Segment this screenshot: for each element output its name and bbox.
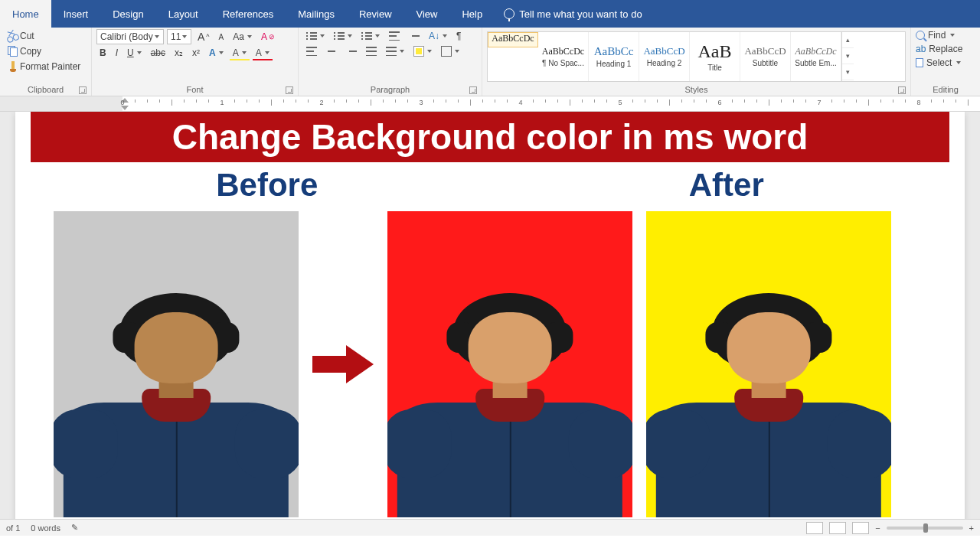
cursor-icon [916, 58, 923, 67]
zoom-slider[interactable] [887, 527, 963, 530]
font-size-select[interactable]: 11 [167, 29, 191, 44]
cut-label: Cut [20, 31, 34, 41]
strikethrough-button[interactable]: abc [148, 46, 168, 60]
cut-button[interactable]: Cut [5, 29, 87, 43]
decrease-indent-button[interactable] [386, 30, 403, 42]
style-no-spacing[interactable]: AaBbCcDc¶ No Spac... [538, 32, 589, 81]
italic-button[interactable]: I [113, 46, 121, 60]
zoom-in-button[interactable]: + [969, 523, 974, 533]
banner-title: Change Background color in ms word [31, 112, 949, 162]
photo-row [31, 211, 949, 517]
styles-gallery-scroll[interactable]: ▴▾▾ [841, 32, 854, 81]
paragraph-dialog-launcher[interactable] [469, 86, 477, 94]
bold-button[interactable]: B [96, 46, 109, 60]
arrow-icon [312, 345, 374, 383]
align-center-button[interactable] [323, 45, 340, 57]
styles-group-label: Styles [487, 83, 906, 96]
spacing-icon [386, 47, 397, 56]
label-before: Before [216, 167, 318, 204]
replace-button[interactable]: abReplace [916, 43, 975, 55]
style-normal[interactable]: AaBbCcDc¶ Normal [488, 32, 538, 47]
tell-me-search[interactable]: Tell me what you want to do [495, 0, 651, 28]
format-painter-button[interactable]: Format Painter [5, 60, 87, 73]
styles-dialog-launcher[interactable] [898, 86, 906, 94]
zoom-out-button[interactable]: − [875, 523, 880, 533]
status-bar: of 1 0 words ✎ − + [0, 519, 980, 536]
brush-icon [8, 61, 18, 72]
document-area[interactable]: Change Background color in ms word Befor… [0, 112, 980, 536]
justify-icon [366, 47, 377, 56]
photo-before [54, 211, 299, 517]
paragraph-group-label: Paragraph [303, 83, 477, 96]
tab-layout[interactable]: Layout [156, 0, 211, 28]
font-dialog-launcher[interactable] [286, 86, 293, 94]
grow-font-button[interactable]: A^ [194, 29, 213, 44]
group-editing: Find abReplace Select Editing [911, 28, 980, 96]
subscript-button[interactable]: x₂ [172, 46, 186, 60]
change-case-button[interactable]: Aa [230, 30, 255, 44]
style-title[interactable]: AaBTitle [690, 32, 740, 81]
bulb-icon [504, 8, 514, 19]
select-button[interactable]: Select [916, 57, 975, 69]
page: Change Background color in ms word Befor… [15, 112, 965, 536]
align-right-button[interactable] [343, 45, 360, 57]
clipboard-dialog-launcher[interactable] [79, 86, 87, 94]
copy-icon [8, 46, 18, 57]
word-count[interactable]: 0 words [31, 523, 60, 533]
border-icon [441, 46, 452, 57]
group-styles: AaBbCcDc¶ Normal AaBbCcDc¶ No Spac... Aa… [482, 28, 911, 96]
line-spacing-button[interactable] [383, 45, 407, 57]
tab-design[interactable]: Design [100, 0, 155, 28]
align-center-icon [326, 47, 337, 56]
style-subtitle[interactable]: AaBbCcDSubtitle [740, 32, 791, 81]
increase-indent-button[interactable] [406, 30, 423, 42]
borders-button[interactable] [438, 44, 462, 58]
find-button[interactable]: Find [916, 29, 975, 41]
style-heading1[interactable]: AaBbCcHeading 1 [589, 32, 639, 81]
group-font: Calibri (Body 11 A^ A Aa A⊘ B I U abc x₂… [92, 28, 299, 96]
bullets-button[interactable] [303, 30, 328, 42]
photo-after-red [387, 211, 632, 517]
justify-button[interactable] [363, 45, 380, 57]
text-effects-button[interactable]: A [206, 46, 227, 60]
ribbon-tabstrip: Home Insert Design Layout References Mai… [0, 0, 980, 28]
horizontal-ruler[interactable]: 012345678 [0, 96, 980, 112]
indent-icon [409, 31, 420, 41]
outdent-icon [389, 31, 400, 41]
read-mode-button[interactable] [806, 522, 823, 534]
highlight-button[interactable]: A [230, 46, 250, 60]
tab-references[interactable]: References [211, 0, 286, 28]
sort-button[interactable]: A↓ [426, 29, 450, 43]
shading-icon [413, 46, 424, 57]
copy-button[interactable]: Copy [5, 44, 87, 58]
show-marks-button[interactable]: ¶ [453, 29, 464, 43]
tab-insert[interactable]: Insert [51, 0, 101, 28]
styles-gallery: AaBbCcDc¶ Normal AaBbCcDc¶ No Spac... Aa… [487, 31, 906, 82]
tab-help[interactable]: Help [449, 0, 495, 28]
align-left-button[interactable] [303, 45, 320, 57]
print-layout-button[interactable] [829, 522, 846, 534]
font-name-select[interactable]: Calibri (Body [96, 29, 164, 44]
tab-review[interactable]: Review [347, 0, 404, 28]
style-subtle-emphasis[interactable]: AaBbCcDcSubtle Em... [791, 32, 841, 81]
bullets-icon [306, 31, 317, 41]
page-indicator[interactable]: of 1 [6, 523, 20, 533]
web-layout-button[interactable] [852, 522, 869, 534]
style-heading2[interactable]: AaBbCcDHeading 2 [639, 32, 690, 81]
tab-mailings[interactable]: Mailings [286, 0, 347, 28]
shrink-font-button[interactable]: A [216, 31, 227, 43]
ribbon: Cut Copy Format Painter Clipboard Calibr… [0, 28, 980, 96]
spellcheck-icon[interactable]: ✎ [71, 523, 78, 533]
numbering-button[interactable] [331, 30, 355, 42]
search-icon [916, 31, 925, 40]
clear-formatting-button[interactable]: A⊘ [258, 30, 278, 44]
align-left-icon [306, 47, 317, 56]
underline-button[interactable]: U [124, 46, 145, 60]
font-color-button[interactable]: A [253, 46, 273, 60]
superscript-button[interactable]: x² [189, 46, 203, 60]
editing-group-label: Editing [916, 83, 975, 96]
tab-view[interactable]: View [404, 0, 450, 28]
shading-button[interactable] [410, 44, 435, 58]
multilevel-button[interactable] [358, 30, 383, 42]
tab-home[interactable]: Home [0, 0, 51, 28]
